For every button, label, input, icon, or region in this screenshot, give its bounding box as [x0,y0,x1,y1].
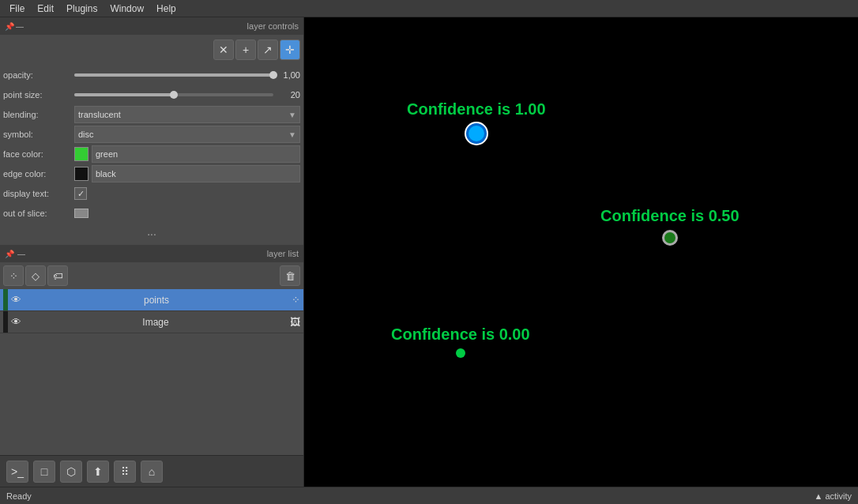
menu-help[interactable]: Help [150,2,183,16]
blending-select[interactable]: translucent ▼ [74,106,300,123]
symbol-arrow: ▼ [288,130,296,139]
confidence-dot-000 [456,348,465,358]
face-color-label: face color: [3,149,74,159]
edge-color-text[interactable]: black [92,165,300,182]
blending-arrow: ▼ [288,111,296,119]
out-of-slice-row: out of slice: [3,205,300,222]
menu-window[interactable]: Window [103,2,150,16]
save-button[interactable]: ⬆ [87,461,109,483]
out-of-slice-toggle[interactable] [74,209,88,218]
confidence-group-100: Confidence is 1.00 [407,100,546,144]
blending-label: blending: [3,110,74,119]
point-size-track [74,93,273,96]
edge-color-label: edge color: [3,169,74,179]
layer-controls-label: layer controls [247,21,299,31]
minimize-icon-2: — [17,250,25,258]
point-size-row: point size: 20 [3,86,300,103]
blending-control: translucent ▼ [74,106,300,123]
point-size-value: 20 [277,90,300,100]
menu-plugins[interactable]: Plugins [60,2,103,16]
point-size-control: 20 [74,90,300,100]
layer-controls-header-icons: 📌 — [5,22,24,31]
label-tool-button[interactable]: 🏷 [47,265,68,286]
square-button[interactable]: □ [33,461,55,483]
layer-list-header: 📌 — layer list [0,245,303,262]
confidence-text-000: Confidence is 0.00 [391,325,530,344]
confidence-group-050: Confidence is 0.50 [600,207,739,246]
opacity-slider[interactable]: 1,00 [74,70,300,80]
opacity-fill [74,73,273,77]
opacity-thumb[interactable] [269,71,277,79]
menu-file[interactable]: File [3,2,31,16]
point-size-thumb[interactable] [170,91,178,99]
pin-icon-2: 📌 [5,250,14,258]
cube-button[interactable]: ⬡ [60,461,82,483]
layer-eye-points[interactable]: 👁 [11,294,21,306]
layer-name-points: points [24,295,288,306]
grid-button[interactable]: ⠿ [114,461,136,483]
face-color-control: green [74,145,300,163]
move-button[interactable]: ✛ [280,39,300,60]
canvas-area: Confidence is 1.00 Confidence is 0.50 Co… [304,17,858,487]
symbol-value: disc [78,130,94,139]
confidence-dot-050 [662,230,678,246]
opacity-control: 1,00 [74,70,300,80]
confidence-text-050: Confidence is 0.50 [600,207,739,225]
minimize-icon: — [16,22,24,31]
edge-color-row: edge color: black [3,165,300,182]
display-text-checkbox[interactable]: ✓ [74,187,87,200]
symbol-label: symbol: [3,130,74,139]
left-panel: 📌 — layer controls ✕ + ↗ ✛ opacity: [0,17,304,487]
layer-eye-image[interactable]: 👁 [11,316,21,328]
status-text: Ready [6,491,32,501]
menu-edit[interactable]: Edit [31,2,60,16]
pin-icon: 📌 [5,22,14,31]
terminal-button[interactable]: >_ [6,461,28,483]
confidence-group-000: Confidence is 0.00 [391,325,530,358]
face-color-swatch[interactable] [74,147,88,161]
symbol-select[interactable]: disc ▼ [74,126,300,143]
layer-items: 👁 points ⁘ 👁 Image 🖼 [0,289,303,455]
face-color-text[interactable]: green [92,145,300,163]
face-color-row: face color: green [3,145,300,163]
display-text-row: display text: ✓ [3,185,300,202]
home-button[interactable]: ⌂ [141,461,163,483]
layer-controls-header: 📌 — layer controls [0,17,303,35]
point-size-label: point size: [3,90,74,100]
layer-color-points [3,289,8,310]
layer-list-toolbar: ⁘ ◇ 🏷 🗑 [0,262,303,289]
blending-value: translucent [78,110,121,119]
point-size-slider[interactable]: 20 [74,90,300,100]
main-layout: 📌 — layer controls ✕ + ↗ ✛ opacity: [0,17,858,487]
edge-color-swatch[interactable] [74,167,88,181]
activity-text[interactable]: ▲ activity [814,491,852,501]
status-bar: Ready ▲ activity [0,487,858,504]
delete-layer-button[interactable]: 🗑 [280,265,300,286]
opacity-track [74,73,273,77]
layer-controls-toolbar: ✕ + ↗ ✛ [3,38,300,62]
layer-controls-body: ✕ + ↗ ✛ opacity: 1,00 [0,35,303,245]
display-text-control: ✓ [74,187,300,200]
layer-icon-points: ⁘ [292,294,300,306]
layer-list-header-left: 📌 — [5,250,25,258]
more-dots: ··· [3,224,300,242]
select-button[interactable]: ↗ [258,39,278,60]
symbol-control: disc ▼ [74,126,300,143]
layer-item-points[interactable]: 👁 points ⁘ [0,289,303,311]
add-button[interactable]: + [235,39,256,60]
close-button[interactable]: ✕ [213,39,234,60]
opacity-label: opacity: [3,70,74,80]
layer-color-image [3,311,8,333]
confidence-text-100: Confidence is 1.00 [407,100,546,118]
layer-list-section: 📌 — layer list ⁘ ◇ 🏷 🗑 👁 points ⁘ [0,245,303,455]
blending-row: blending: translucent ▼ [3,106,300,123]
layer-item-image[interactable]: 👁 Image 🖼 [0,311,303,333]
confidence-dot-100 [466,123,487,144]
polygon-tool-button[interactable]: ◇ [25,265,46,286]
scatter-tool-button[interactable]: ⁘ [3,265,24,286]
symbol-row: symbol: disc ▼ [3,126,300,143]
layer-icon-image: 🖼 [290,316,300,328]
point-size-fill [74,93,174,96]
display-text-label: display text: [3,189,74,198]
opacity-value: 1,00 [277,70,300,80]
